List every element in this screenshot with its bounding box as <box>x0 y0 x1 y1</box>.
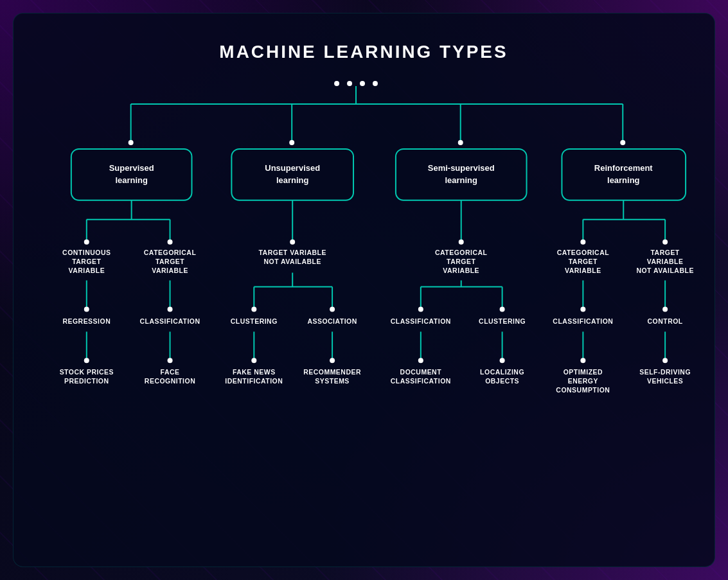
selfdriving-label: SELF-DRIVING <box>639 369 691 376</box>
categorical-reinf-label: CATEGORICAL <box>557 249 610 256</box>
dot-regression <box>84 306 89 312</box>
clustering-semi-label: CLUSTERING <box>479 318 526 325</box>
categorical-sup-label: CATEGORICAL <box>144 249 197 256</box>
continuous-label: CONTINUOUS <box>62 249 111 256</box>
dot-classification-reinf <box>580 306 585 312</box>
localizing-label: LOCALIZING <box>480 369 524 376</box>
categorical-semi-label3: VARIABLE <box>443 267 479 274</box>
dot-semi <box>458 140 463 145</box>
dot-control <box>662 306 668 312</box>
target-reinf-label3: NOT AVAILABLE <box>636 267 693 274</box>
dot-selfdriving <box>662 358 668 363</box>
dot-supervised <box>129 140 134 145</box>
dot-clustering-semi <box>500 306 505 312</box>
categorical-sup-label2: TARGET <box>155 258 184 265</box>
unsupervised-label2: learning <box>276 175 309 185</box>
recommender-label2: SYSTEMS <box>315 378 350 385</box>
semi-label: Semi-supervised <box>428 163 495 173</box>
selfdriving-label2: VEHICLES <box>647 378 683 385</box>
root-dot-1 <box>334 81 339 86</box>
classification-semi-label: CLASSIFICATION <box>391 318 451 325</box>
page-title: MACHINE LEARNING TYPES <box>219 42 508 62</box>
categorical-reinf-label3: VARIABLE <box>565 267 601 274</box>
dot-categorical-sup <box>168 240 173 245</box>
stock-label2: PREDICTION <box>64 378 109 385</box>
continuous-label2: TARGET <box>72 258 101 265</box>
control-label: CONTROL <box>648 318 683 325</box>
dot-classification-semi <box>418 306 423 312</box>
dot-reinf <box>620 140 625 145</box>
dot-recommender <box>330 358 335 363</box>
dot-categorical-reinf <box>580 240 585 245</box>
dot-clustering-unsup <box>251 306 256 312</box>
root-dot-3 <box>360 81 365 86</box>
dot-optimized <box>580 358 585 363</box>
optimized-label2: ENERGY <box>568 378 598 385</box>
dot-document <box>418 358 423 363</box>
categorical-semi-label2: TARGET <box>447 258 475 265</box>
optimized-label: OPTIMIZED <box>564 369 603 376</box>
fakenews-label: FAKE NEWS <box>233 369 276 376</box>
supervised-label: Supervised <box>109 163 154 173</box>
dot-classification-sup <box>168 306 173 312</box>
root-dot-2 <box>347 81 352 86</box>
continuous-label3: VARIABLE <box>68 267 105 274</box>
reinf-label: Reinforcement <box>594 163 653 173</box>
document-label2: CLASSIFICATION <box>391 378 451 385</box>
classification-reinf-label: CLASSIFICATION <box>553 318 613 325</box>
unsupervised-label: Unsupervised <box>265 163 320 173</box>
dot-fakenews <box>251 358 256 363</box>
classification-sup-label: CLASSIFICATION <box>140 318 200 325</box>
clustering-unsup-label: CLUSTERING <box>231 318 278 325</box>
localizing-label2: OBJECTS <box>485 378 519 385</box>
stock-label: STOCK PRICES <box>60 369 114 376</box>
reinf-label2: learning <box>607 175 640 185</box>
dot-continuous <box>84 240 89 245</box>
face-label2: RECOGNITION <box>145 378 195 385</box>
target-unsup-label: TARGET VARIABLE <box>259 249 326 256</box>
document-label: DOCUMENT <box>400 369 442 376</box>
dot-association <box>330 306 335 312</box>
target-unsup-label2: NOT AVAILABLE <box>263 258 321 265</box>
categorical-sup-label3: VARIABLE <box>152 267 188 274</box>
categorical-semi-label: CATEGORICAL <box>435 249 488 256</box>
categorical-reinf-label2: TARGET <box>569 258 598 265</box>
dot-face <box>168 358 173 363</box>
dot-target-reinf <box>662 240 668 245</box>
fakenews-label2: IDENTIFICATION <box>225 378 283 385</box>
main-card: MACHINE LEARNING TYPES Supervised learni… <box>13 13 715 567</box>
dot-stock <box>84 358 89 363</box>
dot-localizing <box>500 358 505 363</box>
face-label: FACE <box>161 369 180 376</box>
optimized-label3: CONSUMPTION <box>556 387 610 394</box>
dot-unsupervised <box>289 140 294 145</box>
supervised-label2: learning <box>115 175 148 185</box>
dot-categorical-semi <box>459 240 464 245</box>
semi-label2: learning <box>445 175 477 185</box>
recommender-label: RECOMMENDER <box>303 369 361 376</box>
target-reinf-label: TARGET <box>651 249 680 256</box>
target-reinf-label2: VARIABLE <box>647 258 684 265</box>
dot-target-unsup <box>290 240 295 245</box>
regression-label: REGRESSION <box>62 318 111 325</box>
root-dot-4 <box>373 81 378 86</box>
association-label: ASSOCIATION <box>307 318 357 325</box>
